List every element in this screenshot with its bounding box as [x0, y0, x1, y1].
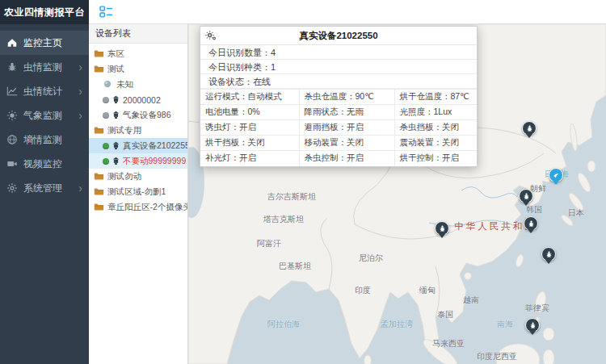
device-status-cell: 诱虫灯：开启: [200, 120, 299, 136]
chevron-right-icon: ›: [78, 86, 82, 97]
device-status-cell: 烘干控制：开启: [394, 151, 477, 166]
tree-folder[interactable]: 东区: [89, 46, 187, 61]
folder-icon: [94, 202, 104, 212]
sidebar-item[interactable]: 虫情统计›: [0, 79, 89, 103]
insect-trap-icon: [112, 95, 120, 104]
sidebar-item-label: 系统管理: [23, 182, 62, 195]
map-marker-cluster[interactable]: [549, 168, 563, 182]
device-status-row: 补光灯：开启杀虫控制：开启烘干控制：开启: [200, 151, 477, 166]
tree-folder[interactable]: 测试勿动: [89, 169, 187, 184]
sidebar-menu: 监控主页虫情监测›虫情统计›气象监测›墒情监测视频监控系统管理›: [0, 31, 89, 200]
tree-device[interactable]: 未知: [89, 77, 187, 92]
device-list-panel: 设备列表 东区测试未知20000002气象设备986测试专用真实设备210225…: [89, 24, 188, 364]
popup-stat-row: 设备状态：在线: [200, 74, 477, 89]
device-status-cell: 烘干仓温度：87℃: [394, 90, 477, 105]
map-canvas[interactable]: 俄罗斯新西伯利亚伊尔库茨克哈萨克斯坦蒙古乌兰巴托吉尔吉斯斯坦塔吉克斯坦阿富汗巴基…: [188, 24, 606, 364]
device-status-grid: 运行模式：自动模式杀虫仓温度：90℃烘干仓温度：87℃电池电量：0%降雨状态：无…: [200, 89, 477, 166]
device-status-row: 烘干挡板：关闭移动装置：关闭震动装置：关闭: [200, 136, 477, 151]
tree-item-label: 未知: [116, 79, 133, 90]
device-tree-toggle-icon[interactable]: [99, 5, 113, 19]
tree-device[interactable]: 真实设备21022550: [89, 138, 187, 153]
device-info-popup: 真实设备21022550 今日识别数量：4今日识别种类：1设备状态：在线 运行模…: [200, 26, 478, 167]
globe-icon: [6, 134, 18, 145]
sidebar-item[interactable]: 系统管理›: [0, 176, 89, 200]
tree-item-label: 测试勿动: [107, 171, 141, 182]
tree-device[interactable]: 不要动99999999: [89, 153, 187, 169]
tree-item-label: 测试区域-勿删1: [107, 186, 166, 198]
device-settings-icon[interactable]: [205, 30, 217, 42]
map-marker-device[interactable]: [525, 318, 540, 333]
device-status-cell: 杀虫挡板：关闭: [394, 120, 477, 136]
device-status-row: 诱虫灯：开启避雨挡板：开启杀虫挡板：关闭: [200, 120, 477, 136]
tree-device[interactable]: 气象设备986: [89, 107, 187, 123]
sidebar-item[interactable]: 视频监控: [0, 152, 89, 176]
folder-icon: [94, 171, 104, 182]
device-tree: 东区测试未知20000002气象设备986测试专用真实设备21022550不要动…: [89, 46, 187, 215]
device-status-cell: 补光灯：开启: [200, 151, 299, 166]
chevron-right-icon: ›: [78, 110, 82, 121]
tree-device[interactable]: 20000002: [89, 92, 187, 107]
tree-folder[interactable]: 测试专用: [89, 123, 187, 138]
sidebar-item[interactable]: 气象监测›: [0, 103, 89, 128]
sidebar-item-label: 气象监测: [23, 109, 62, 123]
popup-stats: 今日识别数量：4今日识别种类：1设备状态：在线: [200, 45, 477, 89]
tree-item-label: 20000002: [123, 95, 161, 105]
map-marker-device[interactable]: [541, 247, 556, 261]
island-hokkaido: [587, 161, 595, 172]
popup-header: 真实设备21022550: [200, 27, 477, 45]
settings-icon: [6, 182, 18, 194]
app-title: 农业四情测报平台: [0, 0, 89, 24]
chart-icon: [6, 86, 18, 97]
topbar: [89, 0, 606, 24]
unknown-device-icon: [103, 79, 113, 90]
map-marker-device[interactable]: [522, 121, 537, 136]
device-list-title: 设备列表: [89, 24, 187, 44]
tree-folder[interactable]: 测试区域-勿删1: [89, 184, 187, 199]
map-marker-device[interactable]: [435, 221, 449, 236]
insect-trap-icon: [112, 111, 120, 119]
device-status-dot: [103, 97, 109, 103]
tree-item-label: 真实设备21022550: [123, 140, 187, 152]
insect-trap-icon: [112, 157, 120, 165]
popup-stat-row: 今日识别数量：4: [200, 45, 477, 60]
device-status-cell: 光照度：1Lux: [394, 105, 477, 120]
chevron-right-icon: ›: [78, 61, 82, 73]
map-marker-device[interactable]: [519, 189, 533, 203]
sidebar-item-label: 虫情监测: [23, 61, 62, 74]
popup-title: 真实设备21022550: [299, 31, 377, 40]
home-icon: [6, 37, 18, 48]
device-status-dot: [103, 143, 109, 149]
tree-folder[interactable]: 测试: [89, 61, 187, 77]
bug-icon: [6, 61, 18, 73]
chevron-right-icon: ›: [78, 182, 82, 194]
device-status-cell: 避雨挡板：开启: [299, 120, 394, 136]
island-srilanka: [364, 355, 372, 364]
island-sulawesi: [543, 349, 554, 364]
device-status-cell: 烘干挡板：关闭: [200, 136, 299, 151]
device-status-row: 电池电量：0%降雨状态：无雨光照度：1Lux: [200, 105, 477, 120]
weather-icon: [6, 110, 18, 121]
map-marker-device[interactable]: [524, 216, 538, 231]
device-status-cell: 移动装置：关闭: [299, 136, 394, 151]
sidebar-item[interactable]: 虫情监测›: [0, 55, 89, 79]
device-status-dot: [103, 158, 109, 165]
sidebar-item[interactable]: 墒情监测: [0, 128, 89, 152]
device-status-cell: 降雨状态：无雨: [299, 105, 394, 120]
device-status-cell: 杀虫仓温度：90℃: [299, 90, 394, 105]
tree-item-label: 气象设备986: [123, 110, 171, 121]
island-mindanao: [543, 328, 554, 341]
tree-item-label: 东区: [107, 48, 124, 60]
device-status-cell: 电池电量：0%: [200, 105, 299, 120]
popup-stat-row: 今日识别种类：1: [200, 60, 477, 74]
folder-icon: [94, 125, 104, 136]
insect-trap-icon: [112, 141, 120, 150]
folder-icon: [94, 64, 104, 74]
sidebar-item[interactable]: 监控主页: [0, 31, 89, 55]
tree-item-label: 测试专用: [107, 125, 141, 136]
tree-folder[interactable]: 章丘阳丘区-2个摄像头: [89, 199, 187, 215]
device-status-cell: 震动装置：关闭: [394, 136, 477, 151]
device-status-cell: 杀虫控制：开启: [299, 151, 394, 166]
device-status-cell: 运行模式：自动模式: [200, 90, 299, 105]
sidebar-item-label: 虫情统计: [23, 85, 62, 98]
tree-item-label: 测试: [107, 64, 124, 75]
